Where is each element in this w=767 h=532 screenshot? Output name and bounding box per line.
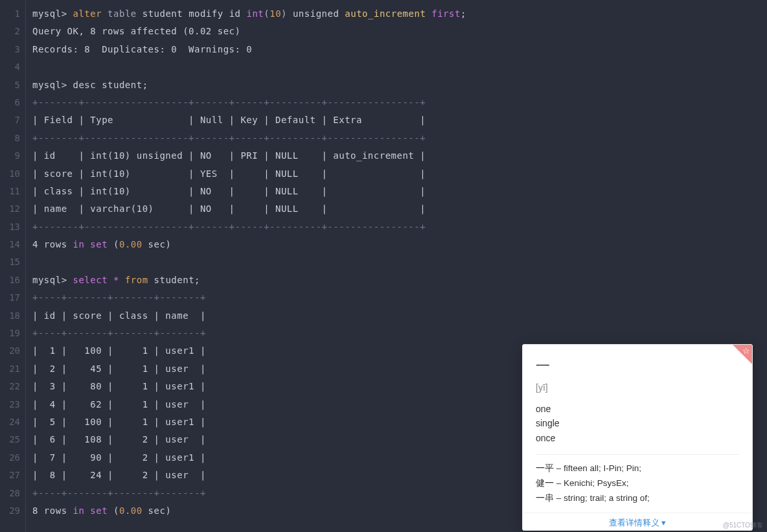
- popup-body: 一 [yī] one single once 一平 – fifteen all;…: [523, 345, 752, 513]
- dictionary-word: 一: [536, 356, 739, 376]
- line-number-gutter: 1234567891011121314151617181920212223242…: [0, 0, 26, 532]
- code-line: +----+-------+-------+-------+: [32, 289, 767, 306]
- code-line: +----+-------+-------+-------+: [32, 325, 767, 342]
- line-number: 5: [0, 76, 20, 94]
- code-line: | id | int(10) unsigned | NO | PRI | NUL…: [32, 147, 767, 165]
- line-number: 6: [0, 94, 20, 111]
- watermark: @51CTO博客: [723, 521, 763, 530]
- line-number: 4: [0, 58, 20, 76]
- code-line: Records: 8 Duplicates: 0 Warnings: 0: [32, 41, 767, 58]
- definitions: one single once: [536, 402, 739, 445]
- line-number: 17: [0, 289, 20, 306]
- definition-item: one: [536, 402, 739, 416]
- line-number: 1: [0, 5, 20, 23]
- line-number: 13: [0, 218, 20, 236]
- definition-item: once: [536, 431, 739, 445]
- line-number: 21: [0, 360, 20, 378]
- line-number: 14: [0, 236, 20, 253]
- code-line: mysql> desc student;: [32, 76, 767, 94]
- line-number: 3: [0, 41, 20, 58]
- line-number: 15: [0, 253, 20, 271]
- line-number: 11: [0, 183, 20, 200]
- line-number: 2: [0, 23, 20, 40]
- code-line: +-------+------------------+------+-----…: [32, 130, 767, 147]
- line-number: 28: [0, 485, 20, 502]
- line-number: 23: [0, 396, 20, 413]
- line-number: 19: [0, 325, 20, 342]
- line-number: 27: [0, 467, 20, 484]
- line-number: 18: [0, 307, 20, 325]
- line-number: 12: [0, 200, 20, 218]
- line-number: 29: [0, 502, 20, 520]
- line-number: 16: [0, 272, 20, 289]
- line-number: 8: [0, 130, 20, 147]
- line-number: 20: [0, 342, 20, 360]
- code-line: | id | score | class | name |: [32, 307, 767, 325]
- pronunciation: [yī]: [536, 382, 739, 393]
- code-line: Query OK, 8 rows affected (0.02 sec): [32, 23, 767, 40]
- code-line: mysql> alter table student modify id int…: [32, 5, 767, 23]
- code-line: mysql> select * from student;: [32, 272, 767, 289]
- star-icon[interactable]: ☆: [742, 346, 750, 356]
- code-line: | class | int(10) | NO | | NULL | |: [32, 183, 767, 200]
- example-item: 健一 – Kenichi; PsysEx;: [536, 476, 739, 491]
- view-more-link[interactable]: 查看详情释义 ▾: [523, 513, 752, 530]
- line-number: 22: [0, 378, 20, 395]
- code-line: | name | varchar(10) | NO | | NULL | |: [32, 200, 767, 218]
- code-line: +-------+------------------+------+-----…: [32, 218, 767, 236]
- example-item: 一平 – fifteen all; I-Pin; Pin;: [536, 461, 739, 476]
- line-number: 7: [0, 111, 20, 129]
- line-number: 9: [0, 147, 20, 165]
- code-line: | Field | Type | Null | Key | Default | …: [32, 111, 767, 129]
- example-item: 一串 – string; trail; a string of;: [536, 491, 739, 506]
- line-number: 10: [0, 165, 20, 183]
- definition-item: single: [536, 416, 739, 430]
- code-line: | score | int(10) | YES | | NULL | |: [32, 165, 767, 183]
- dictionary-popup[interactable]: ☆ 一 [yī] one single once 一平 – fifteen al…: [522, 344, 753, 531]
- code-line: [32, 58, 767, 76]
- code-line: 4 rows in set (0.00 sec): [32, 236, 767, 253]
- line-number: 26: [0, 449, 20, 467]
- separator: [536, 454, 739, 455]
- line-number: 24: [0, 413, 20, 431]
- line-number: 25: [0, 431, 20, 448]
- code-line: [32, 253, 767, 271]
- code-line: +-------+------------------+------+-----…: [32, 94, 767, 111]
